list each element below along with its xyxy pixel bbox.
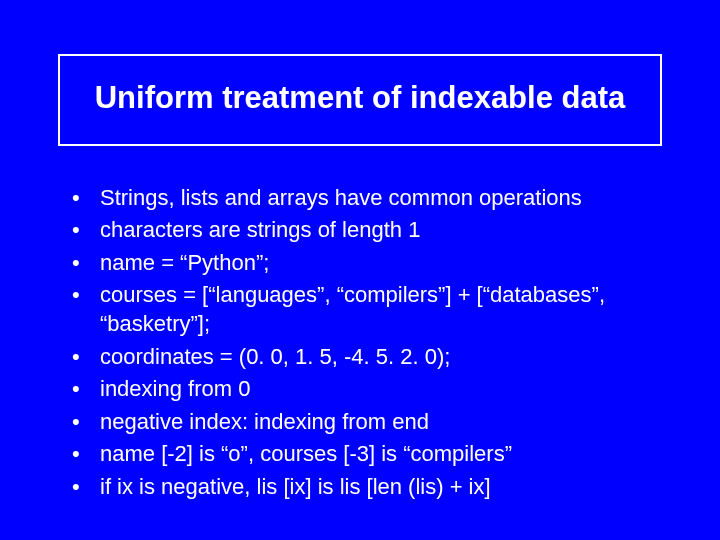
bullet-list: Strings, lists and arrays have common op… [50,184,670,502]
slide-title: Uniform treatment of indexable data [72,80,648,116]
list-item: indexing from 0 [72,375,670,404]
list-item: Strings, lists and arrays have common op… [72,184,670,213]
list-item: characters are strings of length 1 [72,216,670,245]
slide: Uniform treatment of indexable data Stri… [0,0,720,540]
list-item: if ix is negative, lis [ix] is lis [len … [72,473,670,502]
title-box: Uniform treatment of indexable data [58,54,662,146]
list-item: courses = [“languages”, “compilers”] + [… [72,281,670,338]
list-item: name [-2] is “o”, courses [-3] is “compi… [72,440,670,469]
list-item: name = “Python”; [72,249,670,278]
list-item: coordinates = (0. 0, 1. 5, -4. 5. 2. 0); [72,343,670,372]
list-item: negative index: indexing from end [72,408,670,437]
